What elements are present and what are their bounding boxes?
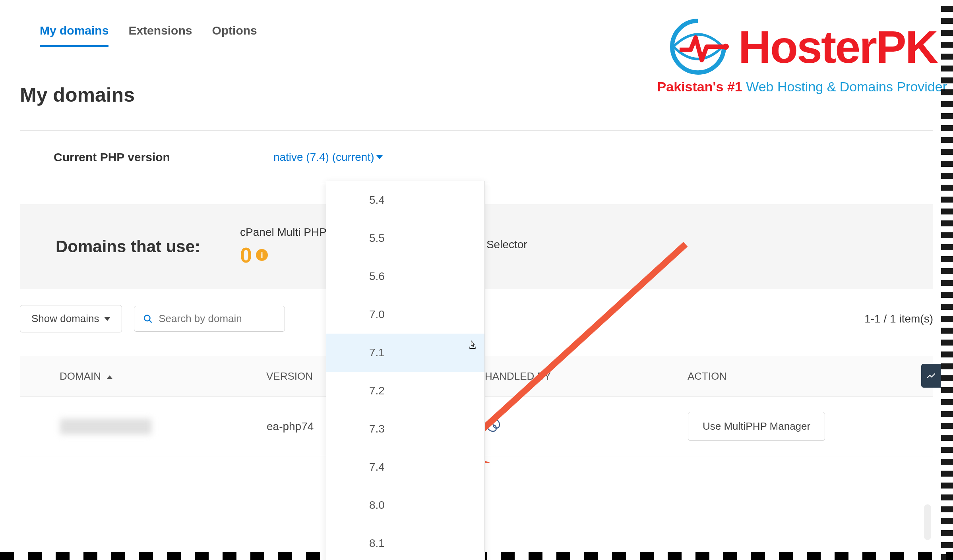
tagline-red: Pakistan's #1 (657, 79, 742, 94)
show-domains-label: Show domains (31, 313, 99, 325)
globe-heartbeat-icon (667, 16, 729, 77)
search-input[interactable] (159, 313, 275, 325)
brand-name: HosterPK (738, 21, 937, 73)
dropdown-item-7-4[interactable]: 7.4 (326, 448, 484, 486)
php-version-dropdown-menu: 5.4 5.5 5.6 7.0 7.1 7.2 7.3 7.4 8.0 8.1 … (326, 181, 485, 560)
dropdown-item-7-1[interactable]: 7.1 (326, 334, 484, 372)
search-icon (143, 313, 153, 324)
dropdown-item-5-6[interactable]: 5.6 (326, 257, 484, 295)
caret-down-icon (104, 317, 110, 321)
item-count-label: 1-1 / 1 item(s) (864, 313, 933, 325)
action-cell: Use MultiPHP Manager (688, 412, 893, 441)
stat-selector-label: PHP Selector (461, 238, 897, 251)
dropdown-item-8-1[interactable]: 8.1 (326, 524, 484, 560)
dropdown-item-5-5[interactable]: 5.5 (326, 219, 484, 257)
dropdown-item-7-3[interactable]: 7.3 (326, 410, 484, 448)
spinner-icon (485, 417, 501, 433)
domain-redacted (60, 419, 151, 434)
current-php-row: Current PHP version native (7.4) (curren… (20, 131, 933, 184)
brand-tagline: Pakistan's #1 Web Hosting & Domains Prov… (657, 79, 947, 95)
tab-extensions[interactable]: Extensions (128, 16, 192, 47)
analytics-tab[interactable] (921, 364, 941, 388)
svg-point-0 (144, 315, 150, 321)
col-handled-header[interactable]: HANDLED BY (485, 370, 688, 382)
dropdown-item-7-2[interactable]: 7.2 (326, 372, 484, 410)
current-php-label: Current PHP version (54, 151, 170, 164)
tab-my-domains[interactable]: My domains (40, 16, 108, 47)
domains-use-title: Domains that use: (56, 237, 200, 256)
svg-point-2 (722, 44, 729, 50)
col-action-header: ACTION (688, 370, 893, 382)
tab-options[interactable]: Options (212, 16, 257, 47)
php-version-current-value: native (7.4) (current) (273, 151, 374, 164)
decorative-border-right (941, 0, 953, 560)
sort-ascending-icon (107, 375, 112, 379)
tagline-blue: Web Hosting & Domains Provider (746, 79, 947, 94)
show-domains-button[interactable]: Show domains (20, 305, 122, 332)
php-version-dropdown[interactable]: native (7.4) (current) (273, 151, 383, 164)
stat-multiphp-count: 0 (240, 243, 252, 267)
domain-cell (60, 419, 267, 434)
col-domain-label: DOMAIN (60, 370, 101, 382)
brand-logo: HosterPK Pakistan's #1 Web Hosting & Dom… (657, 16, 947, 95)
dropdown-item-7-0[interactable]: 7.0 (326, 295, 484, 334)
use-multiphp-button[interactable]: Use MultiPHP Manager (688, 412, 825, 441)
search-box[interactable] (134, 306, 285, 332)
dropdown-item-5-4[interactable]: 5.4 (326, 181, 484, 219)
dropdown-item-8-0[interactable]: 8.0 (326, 486, 484, 524)
svg-line-1 (149, 320, 151, 322)
scrollbar[interactable] (924, 504, 931, 540)
info-icon[interactable]: i (256, 249, 268, 261)
col-domain-header[interactable]: DOMAIN (60, 370, 266, 382)
chart-line-icon (926, 371, 936, 381)
handled-cell (485, 417, 688, 436)
caret-down-icon (376, 155, 383, 159)
